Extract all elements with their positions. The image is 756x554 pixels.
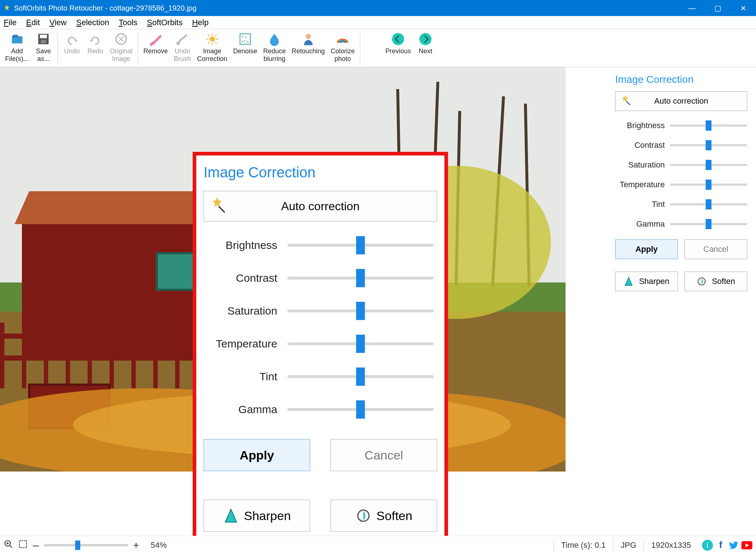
slider-track-brightness[interactable] bbox=[670, 124, 747, 127]
wand-icon bbox=[207, 195, 227, 218]
toolbar-redo[interactable]: Redo bbox=[84, 31, 107, 67]
sharpen-button[interactable]: Sharpen bbox=[204, 500, 310, 532]
svg-rect-2 bbox=[40, 35, 47, 38]
soften-button-side[interactable]: Soften bbox=[684, 272, 747, 291]
svg-point-24 bbox=[392, 33, 404, 45]
zoom-slider[interactable] bbox=[44, 544, 128, 546]
slider-thumb-contrast[interactable] bbox=[706, 140, 711, 150]
auto-correction-button-side[interactable]: Auto correction bbox=[615, 91, 747, 111]
slider-label-brightness: Brightness bbox=[204, 239, 288, 251]
slider-label-saturation: Saturation bbox=[204, 305, 288, 317]
slider-track-gamma[interactable] bbox=[670, 223, 747, 225]
menu-file[interactable]: File bbox=[4, 18, 16, 27]
toolbar-reduce-blurring[interactable]: Reduceblurring bbox=[260, 31, 289, 67]
toolbar-image-correction[interactable]: ImageCorrection bbox=[194, 31, 230, 67]
svg-point-7 bbox=[176, 42, 180, 45]
slider-track-tint[interactable] bbox=[670, 203, 747, 205]
svg-point-19 bbox=[246, 36, 247, 38]
toolbar-undo[interactable]: Undo bbox=[60, 31, 84, 67]
slider-temperature: Temperature bbox=[204, 327, 437, 360]
toolbar-previous[interactable]: Previous bbox=[382, 31, 414, 67]
apply-button-side[interactable]: Apply bbox=[615, 239, 678, 259]
slider-track-tint[interactable] bbox=[288, 375, 433, 378]
zoom-percent: 54% bbox=[151, 540, 167, 550]
slider-thumb-saturation[interactable] bbox=[356, 302, 365, 320]
menu-softorbits[interactable]: SoftOrbits bbox=[147, 18, 183, 27]
toolbar-undo-brush[interactable]: UndoBrush bbox=[171, 31, 194, 67]
slider-track-contrast[interactable] bbox=[288, 277, 433, 280]
slider-thumb-brightness[interactable] bbox=[706, 120, 711, 131]
app-icon bbox=[3, 4, 11, 12]
svg-rect-37 bbox=[44, 323, 48, 388]
twitter-icon[interactable] bbox=[728, 540, 739, 551]
slider-thumb-temperature[interactable] bbox=[356, 335, 365, 353]
zoom-out-button[interactable]: – bbox=[33, 539, 39, 551]
slider-label-gamma: Gamma bbox=[615, 219, 670, 229]
status-dimensions: 1920x1335 bbox=[644, 539, 698, 551]
slider-track-gamma[interactable] bbox=[288, 408, 433, 411]
menu-help[interactable]: Help bbox=[192, 18, 208, 27]
slider-thumb-tint[interactable] bbox=[706, 199, 711, 209]
slider-track-temperature[interactable] bbox=[670, 184, 747, 186]
slider-thumb-gamma[interactable] bbox=[356, 400, 365, 419]
slider-contrast: Contrast bbox=[204, 262, 437, 295]
zoom-in-button[interactable]: + bbox=[133, 539, 139, 551]
slider-track-saturation[interactable] bbox=[288, 309, 433, 312]
slider-track-temperature[interactable] bbox=[288, 342, 433, 345]
svg-marker-55 bbox=[625, 277, 633, 285]
svg-line-14 bbox=[215, 42, 217, 43]
auto-correction-button[interactable]: Auto correction bbox=[204, 191, 437, 222]
slider-label-contrast: Contrast bbox=[615, 141, 670, 150]
toolbar-original-image[interactable]: OriginalImage bbox=[107, 31, 135, 67]
slider-brightness: Brightness bbox=[204, 229, 437, 262]
close-button[interactable]: × bbox=[730, 0, 756, 16]
cancel-button-side[interactable]: Cancel bbox=[684, 239, 747, 259]
toolbar-next[interactable]: Next bbox=[414, 31, 437, 67]
menu-edit[interactable]: Edit bbox=[26, 18, 40, 27]
slider-thumb-tint[interactable] bbox=[356, 368, 365, 386]
slider-track-brightness[interactable] bbox=[288, 244, 433, 247]
facebook-icon[interactable]: f bbox=[715, 540, 726, 551]
toolbar-denoise[interactable]: Denoise bbox=[230, 31, 260, 67]
toolbar-remove[interactable]: Remove bbox=[140, 31, 171, 67]
sharpen-icon bbox=[624, 276, 634, 286]
svg-rect-40 bbox=[109, 323, 114, 388]
slider-track-contrast[interactable] bbox=[670, 144, 747, 146]
toolbar-colorize-photo[interactable]: Colorizephoto bbox=[328, 31, 358, 67]
slider-thumb-gamma[interactable] bbox=[706, 219, 711, 229]
toolbar-save-as[interactable]: Saveas... bbox=[32, 31, 55, 67]
slider-temperature: Temperature bbox=[615, 177, 747, 192]
info-icon[interactable]: i bbox=[702, 540, 713, 551]
auto-correction-label: Auto correction bbox=[281, 200, 359, 213]
svg-marker-30 bbox=[15, 191, 212, 224]
menu-selection[interactable]: Selection bbox=[76, 18, 109, 27]
svg-line-58 bbox=[9, 545, 12, 548]
sharpen-button-side[interactable]: Sharpen bbox=[615, 272, 678, 291]
toolbar-add-files[interactable]: AddFile(s)... bbox=[2, 31, 32, 67]
cancel-button[interactable]: Cancel bbox=[331, 439, 437, 471]
side-panel: Image Correction Auto correction Brightn… bbox=[606, 67, 756, 536]
slider-label-contrast: Contrast bbox=[204, 272, 288, 284]
youtube-icon[interactable] bbox=[741, 540, 752, 551]
slider-track-saturation[interactable] bbox=[670, 164, 747, 166]
soften-button[interactable]: Soften bbox=[331, 500, 437, 532]
denoise-icon bbox=[238, 32, 252, 46]
menu-tools[interactable]: Tools bbox=[119, 18, 137, 27]
slider-thumb-brightness[interactable] bbox=[356, 236, 365, 254]
menu-view[interactable]: View bbox=[49, 18, 66, 27]
fit-screen-icon[interactable] bbox=[18, 539, 28, 551]
svg-rect-31 bbox=[157, 253, 197, 290]
canvas-area[interactable]: Image Correction Auto correction Brightn… bbox=[0, 67, 606, 536]
apply-button[interactable]: Apply bbox=[204, 439, 310, 471]
maximize-button[interactable]: ▢ bbox=[705, 0, 730, 16]
minimize-button[interactable]: — bbox=[679, 0, 705, 16]
slider-thumb-saturation[interactable] bbox=[706, 160, 711, 170]
toolbar-retouching[interactable]: Retouching bbox=[289, 31, 328, 67]
slider-thumb-temperature[interactable] bbox=[706, 180, 711, 190]
slider-saturation: Saturation bbox=[615, 158, 747, 172]
slider-gamma: Gamma bbox=[615, 217, 747, 231]
svg-line-16 bbox=[215, 35, 217, 36]
zoom-in-icon[interactable] bbox=[4, 539, 13, 551]
slider-thumb-contrast[interactable] bbox=[356, 269, 365, 287]
overlay-title: Image Correction bbox=[204, 164, 437, 181]
